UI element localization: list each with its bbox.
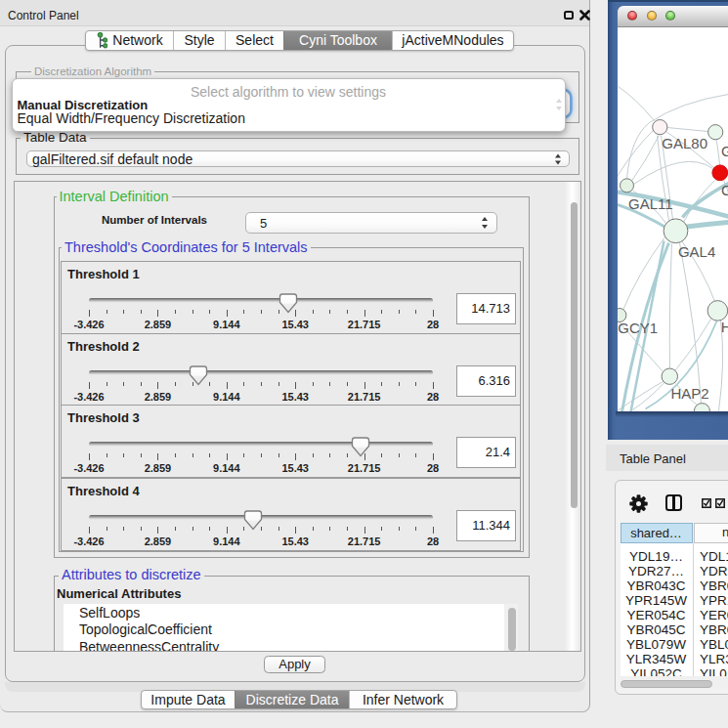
svg-text:GAL11: GAL11 <box>628 194 673 211</box>
svg-text:GAL4: GAL4 <box>677 242 714 259</box>
svg-text:CD: CD <box>721 182 728 198</box>
svg-text:HAP2: HAP2 <box>670 384 708 401</box>
svg-text:HIS: HIS <box>720 318 728 334</box>
svg-text:GCY1: GCY1 <box>618 319 658 335</box>
svg-text:GAL80: GAL80 <box>662 135 707 151</box>
svg-text:GAL: GAL <box>721 143 728 159</box>
